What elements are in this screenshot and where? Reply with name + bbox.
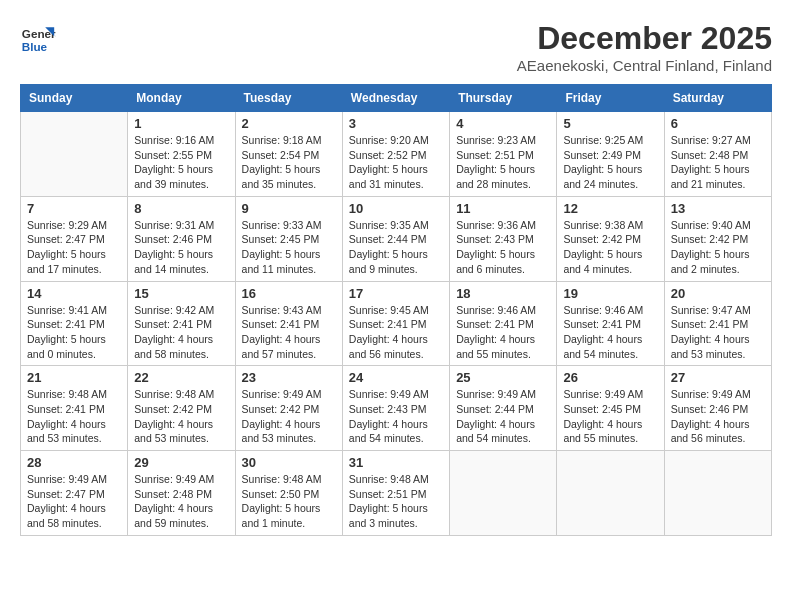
- calendar-cell: 5Sunrise: 9:25 AM Sunset: 2:49 PM Daylig…: [557, 112, 664, 197]
- calendar-cell: 16Sunrise: 9:43 AM Sunset: 2:41 PM Dayli…: [235, 281, 342, 366]
- logo: General Blue: [20, 20, 56, 56]
- day-info: Sunrise: 9:49 AM Sunset: 2:48 PM Dayligh…: [134, 472, 228, 531]
- day-number: 16: [242, 286, 336, 301]
- day-number: 12: [563, 201, 657, 216]
- weekday-header-sunday: Sunday: [21, 85, 128, 112]
- day-info: Sunrise: 9:48 AM Sunset: 2:50 PM Dayligh…: [242, 472, 336, 531]
- day-info: Sunrise: 9:25 AM Sunset: 2:49 PM Dayligh…: [563, 133, 657, 192]
- weekday-header-wednesday: Wednesday: [342, 85, 449, 112]
- day-info: Sunrise: 9:48 AM Sunset: 2:42 PM Dayligh…: [134, 387, 228, 446]
- day-info: Sunrise: 9:49 AM Sunset: 2:45 PM Dayligh…: [563, 387, 657, 446]
- day-number: 5: [563, 116, 657, 131]
- day-info: Sunrise: 9:49 AM Sunset: 2:44 PM Dayligh…: [456, 387, 550, 446]
- calendar-cell: 12Sunrise: 9:38 AM Sunset: 2:42 PM Dayli…: [557, 196, 664, 281]
- calendar-week-row: 1Sunrise: 9:16 AM Sunset: 2:55 PM Daylig…: [21, 112, 772, 197]
- calendar-cell: 15Sunrise: 9:42 AM Sunset: 2:41 PM Dayli…: [128, 281, 235, 366]
- calendar-table: SundayMondayTuesdayWednesdayThursdayFrid…: [20, 84, 772, 536]
- day-number: 3: [349, 116, 443, 131]
- calendar-cell: 14Sunrise: 9:41 AM Sunset: 2:41 PM Dayli…: [21, 281, 128, 366]
- day-info: Sunrise: 9:49 AM Sunset: 2:46 PM Dayligh…: [671, 387, 765, 446]
- calendar-cell: [664, 451, 771, 536]
- day-info: Sunrise: 9:31 AM Sunset: 2:46 PM Dayligh…: [134, 218, 228, 277]
- calendar-cell: 20Sunrise: 9:47 AM Sunset: 2:41 PM Dayli…: [664, 281, 771, 366]
- title-area: December 2025 AEaenekoski, Central Finla…: [517, 20, 772, 74]
- calendar-cell: 24Sunrise: 9:49 AM Sunset: 2:43 PM Dayli…: [342, 366, 449, 451]
- calendar-cell: 22Sunrise: 9:48 AM Sunset: 2:42 PM Dayli…: [128, 366, 235, 451]
- calendar-cell: 10Sunrise: 9:35 AM Sunset: 2:44 PM Dayli…: [342, 196, 449, 281]
- calendar-cell: 31Sunrise: 9:48 AM Sunset: 2:51 PM Dayli…: [342, 451, 449, 536]
- day-info: Sunrise: 9:35 AM Sunset: 2:44 PM Dayligh…: [349, 218, 443, 277]
- calendar-cell: [450, 451, 557, 536]
- location-title: AEaenekoski, Central Finland, Finland: [517, 57, 772, 74]
- day-info: Sunrise: 9:48 AM Sunset: 2:41 PM Dayligh…: [27, 387, 121, 446]
- day-number: 18: [456, 286, 550, 301]
- day-number: 14: [27, 286, 121, 301]
- calendar-cell: 30Sunrise: 9:48 AM Sunset: 2:50 PM Dayli…: [235, 451, 342, 536]
- calendar-cell: 25Sunrise: 9:49 AM Sunset: 2:44 PM Dayli…: [450, 366, 557, 451]
- day-info: Sunrise: 9:49 AM Sunset: 2:47 PM Dayligh…: [27, 472, 121, 531]
- day-info: Sunrise: 9:36 AM Sunset: 2:43 PM Dayligh…: [456, 218, 550, 277]
- day-number: 17: [349, 286, 443, 301]
- day-info: Sunrise: 9:23 AM Sunset: 2:51 PM Dayligh…: [456, 133, 550, 192]
- weekday-header-tuesday: Tuesday: [235, 85, 342, 112]
- calendar-cell: 17Sunrise: 9:45 AM Sunset: 2:41 PM Dayli…: [342, 281, 449, 366]
- day-number: 30: [242, 455, 336, 470]
- calendar-cell: 28Sunrise: 9:49 AM Sunset: 2:47 PM Dayli…: [21, 451, 128, 536]
- day-number: 15: [134, 286, 228, 301]
- day-number: 22: [134, 370, 228, 385]
- day-info: Sunrise: 9:27 AM Sunset: 2:48 PM Dayligh…: [671, 133, 765, 192]
- day-number: 24: [349, 370, 443, 385]
- day-number: 11: [456, 201, 550, 216]
- calendar-week-row: 28Sunrise: 9:49 AM Sunset: 2:47 PM Dayli…: [21, 451, 772, 536]
- day-info: Sunrise: 9:48 AM Sunset: 2:51 PM Dayligh…: [349, 472, 443, 531]
- calendar-cell: 7Sunrise: 9:29 AM Sunset: 2:47 PM Daylig…: [21, 196, 128, 281]
- day-number: 10: [349, 201, 443, 216]
- day-number: 4: [456, 116, 550, 131]
- day-info: Sunrise: 9:46 AM Sunset: 2:41 PM Dayligh…: [563, 303, 657, 362]
- calendar-cell: 1Sunrise: 9:16 AM Sunset: 2:55 PM Daylig…: [128, 112, 235, 197]
- day-number: 25: [456, 370, 550, 385]
- calendar-week-row: 21Sunrise: 9:48 AM Sunset: 2:41 PM Dayli…: [21, 366, 772, 451]
- weekday-header-friday: Friday: [557, 85, 664, 112]
- day-number: 13: [671, 201, 765, 216]
- weekday-header-saturday: Saturday: [664, 85, 771, 112]
- day-info: Sunrise: 9:47 AM Sunset: 2:41 PM Dayligh…: [671, 303, 765, 362]
- calendar-cell: 8Sunrise: 9:31 AM Sunset: 2:46 PM Daylig…: [128, 196, 235, 281]
- calendar-cell: 4Sunrise: 9:23 AM Sunset: 2:51 PM Daylig…: [450, 112, 557, 197]
- calendar-cell: [557, 451, 664, 536]
- day-number: 7: [27, 201, 121, 216]
- calendar-cell: 21Sunrise: 9:48 AM Sunset: 2:41 PM Dayli…: [21, 366, 128, 451]
- weekday-header-monday: Monday: [128, 85, 235, 112]
- weekday-header-row: SundayMondayTuesdayWednesdayThursdayFrid…: [21, 85, 772, 112]
- weekday-header-thursday: Thursday: [450, 85, 557, 112]
- day-info: Sunrise: 9:49 AM Sunset: 2:42 PM Dayligh…: [242, 387, 336, 446]
- calendar-cell: 27Sunrise: 9:49 AM Sunset: 2:46 PM Dayli…: [664, 366, 771, 451]
- day-number: 8: [134, 201, 228, 216]
- day-number: 23: [242, 370, 336, 385]
- day-info: Sunrise: 9:45 AM Sunset: 2:41 PM Dayligh…: [349, 303, 443, 362]
- day-number: 9: [242, 201, 336, 216]
- calendar-cell: [21, 112, 128, 197]
- day-number: 6: [671, 116, 765, 131]
- day-number: 27: [671, 370, 765, 385]
- day-number: 28: [27, 455, 121, 470]
- day-info: Sunrise: 9:20 AM Sunset: 2:52 PM Dayligh…: [349, 133, 443, 192]
- svg-text:Blue: Blue: [22, 40, 48, 53]
- calendar-cell: 19Sunrise: 9:46 AM Sunset: 2:41 PM Dayli…: [557, 281, 664, 366]
- day-info: Sunrise: 9:18 AM Sunset: 2:54 PM Dayligh…: [242, 133, 336, 192]
- day-info: Sunrise: 9:29 AM Sunset: 2:47 PM Dayligh…: [27, 218, 121, 277]
- day-number: 2: [242, 116, 336, 131]
- day-info: Sunrise: 9:46 AM Sunset: 2:41 PM Dayligh…: [456, 303, 550, 362]
- day-info: Sunrise: 9:41 AM Sunset: 2:41 PM Dayligh…: [27, 303, 121, 362]
- calendar-cell: 13Sunrise: 9:40 AM Sunset: 2:42 PM Dayli…: [664, 196, 771, 281]
- day-info: Sunrise: 9:40 AM Sunset: 2:42 PM Dayligh…: [671, 218, 765, 277]
- day-number: 21: [27, 370, 121, 385]
- calendar-cell: 29Sunrise: 9:49 AM Sunset: 2:48 PM Dayli…: [128, 451, 235, 536]
- calendar-week-row: 7Sunrise: 9:29 AM Sunset: 2:47 PM Daylig…: [21, 196, 772, 281]
- logo-icon: General Blue: [20, 20, 56, 56]
- day-number: 29: [134, 455, 228, 470]
- day-info: Sunrise: 9:42 AM Sunset: 2:41 PM Dayligh…: [134, 303, 228, 362]
- day-info: Sunrise: 9:33 AM Sunset: 2:45 PM Dayligh…: [242, 218, 336, 277]
- day-info: Sunrise: 9:38 AM Sunset: 2:42 PM Dayligh…: [563, 218, 657, 277]
- calendar-cell: 3Sunrise: 9:20 AM Sunset: 2:52 PM Daylig…: [342, 112, 449, 197]
